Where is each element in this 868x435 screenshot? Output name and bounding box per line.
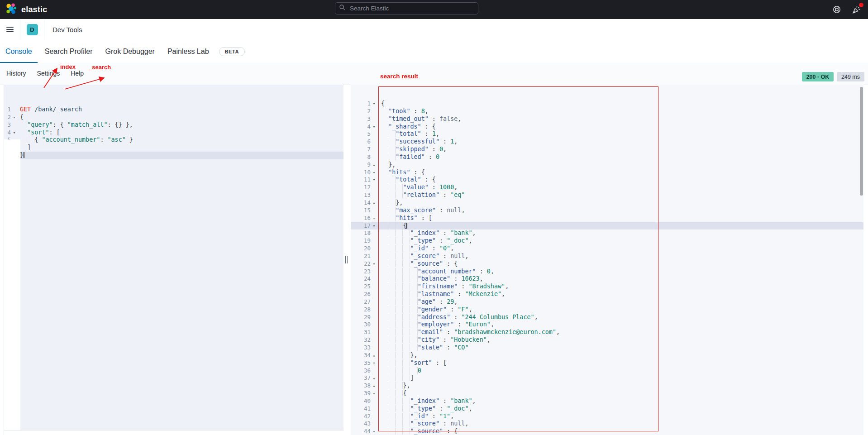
code-line[interactable]: 4▾ "sort": [ xyxy=(4,129,343,137)
code-line[interactable]: 44▾ "_source" : { xyxy=(351,428,863,435)
code-line[interactable]: 6 "successful" : 1, xyxy=(351,138,863,146)
code-text[interactable]: { "account_number": "asc" } xyxy=(18,136,343,144)
code-text[interactable]: { xyxy=(377,390,863,397)
code-text[interactable]: "address" : "244 Columbus Place", xyxy=(377,314,863,321)
code-line[interactable]: 26 "lastname" : "Mckenzie", xyxy=(351,291,863,298)
fold-toggle-icon[interactable]: ▾ xyxy=(371,390,377,397)
fold-toggle-icon[interactable]: ▴ xyxy=(371,161,377,169)
elastic-brand[interactable]: elastic xyxy=(0,3,47,16)
code-text[interactable]: "_source" : { xyxy=(377,428,863,435)
code-line[interactable]: 3 "timed_out" : false, xyxy=(351,115,863,123)
menu-hamburger-icon[interactable] xyxy=(0,19,20,40)
help-icon[interactable] xyxy=(832,5,842,14)
code-line[interactable]: 38▴ }, xyxy=(351,382,863,390)
code-text[interactable]: 0 xyxy=(377,367,863,375)
tab-console[interactable]: Console xyxy=(0,40,38,63)
code-line[interactable]: 16▾ "hits" : [ xyxy=(351,215,863,222)
code-line[interactable]: 39▾ { xyxy=(351,390,863,397)
fold-toggle-icon[interactable]: ▾ xyxy=(371,100,377,108)
code-line[interactable]: 31 "email" : "bradshawmckenzie@euron.com… xyxy=(351,329,863,336)
code-line[interactable]: 20 "_id" : "0", xyxy=(351,245,863,253)
newsfeed-icon[interactable] xyxy=(852,5,862,14)
code-text[interactable]: "hits" : [ xyxy=(377,215,863,222)
request-editor[interactable]: 1GET /bank/_search2▾{3 "query": { "match… xyxy=(4,85,343,435)
code-line[interactable]: 43 "_score" : null, xyxy=(351,420,863,428)
code-text[interactable]: "_score" : null, xyxy=(377,253,863,260)
code-text[interactable]: "_type" : "_doc", xyxy=(377,405,863,413)
space-avatar[interactable]: D xyxy=(27,24,38,35)
code-text[interactable]: "_shards" : { xyxy=(377,123,863,131)
code-text[interactable]: "_index" : "bank", xyxy=(377,397,863,405)
response-viewer[interactable]: 1▾{2 "took" : 8,3 "timed_out" : false,4▾… xyxy=(351,85,863,435)
code-text[interactable]: "total" : { xyxy=(377,176,863,184)
fold-toggle-icon[interactable]: ▾ xyxy=(371,176,377,184)
history-menu-item[interactable]: History xyxy=(6,70,26,77)
code-text[interactable]: "balance" : 16623, xyxy=(377,275,863,283)
code-text[interactable]: "employer" : "Euron", xyxy=(377,321,863,329)
code-line[interactable]: 35▾ "sort" : [ xyxy=(351,359,863,367)
code-text[interactable]: }, xyxy=(377,352,863,359)
code-line[interactable]: 2 "took" : 8, xyxy=(351,108,863,115)
code-line[interactable]: 5 "total" : 1, xyxy=(351,130,863,138)
code-text[interactable]: "relation" : "eq" xyxy=(377,191,863,199)
code-line[interactable]: 14▴ }, xyxy=(351,199,863,207)
code-text[interactable]: "query": { "match_all": {} }, xyxy=(18,121,343,129)
tab-painless-lab[interactable]: Painless Lab xyxy=(162,40,215,63)
code-line[interactable]: 23 "account_number" : 0, xyxy=(351,268,863,276)
tab-grok-debugger[interactable]: Grok Debugger xyxy=(100,40,160,63)
code-text[interactable]: "email" : "bradshawmckenzie@euron.com", xyxy=(377,329,863,336)
code-line[interactable]: 37▴ ] xyxy=(351,374,863,382)
code-line[interactable]: 18 "_index" : "bank", xyxy=(351,229,863,237)
code-line[interactable]: 5 { "account_number": "asc" } xyxy=(4,136,343,144)
fold-toggle-icon[interactable]: ▾ xyxy=(371,222,377,230)
fold-toggle-icon[interactable]: ▾ xyxy=(371,215,377,222)
code-line[interactable]: 17▾ { xyxy=(351,222,863,230)
code-line[interactable]: 13 "relation" : "eq" xyxy=(351,191,863,199)
code-text[interactable]: "took" : 8, xyxy=(377,108,863,115)
code-line[interactable]: 41 "_type" : "_doc", xyxy=(351,405,863,413)
code-text[interactable]: ] xyxy=(18,144,343,152)
fold-toggle-icon[interactable]: ▾ xyxy=(371,359,377,367)
fold-toggle-icon[interactable]: ▴ xyxy=(371,352,377,359)
code-text[interactable]: { xyxy=(377,100,863,108)
code-line[interactable]: 9▴ }, xyxy=(351,161,863,169)
code-line[interactable]: 3 "query": { "match_all": {} }, xyxy=(4,121,343,129)
panel-resize-handle[interactable] xyxy=(345,256,349,263)
settings-menu-item[interactable]: Settings xyxy=(37,70,60,77)
code-line[interactable]: 11▾ "total" : { xyxy=(351,176,863,184)
code-text[interactable]: "lastname" : "Mckenzie", xyxy=(377,291,863,298)
code-text[interactable]: "skipped" : 0, xyxy=(377,146,863,153)
code-line[interactable]: 30 "employer" : "Euron", xyxy=(351,321,863,329)
code-line[interactable]: 21 "_score" : null, xyxy=(351,253,863,260)
code-text[interactable]: "timed_out" : false, xyxy=(377,115,863,123)
code-line[interactable]: 22▾ "_source" : { xyxy=(351,260,863,268)
code-text[interactable]: "_source" : { xyxy=(377,260,863,268)
code-line[interactable]: 33 "state" : "CO" xyxy=(351,344,863,352)
code-text[interactable]: "age" : 29, xyxy=(377,298,863,306)
fold-toggle-icon[interactable]: ▾ xyxy=(11,129,18,137)
code-text[interactable]: }, xyxy=(377,161,863,169)
code-line[interactable]: 24 "balance" : 16623, xyxy=(351,275,863,283)
code-text[interactable]: "hits" : { xyxy=(377,169,863,177)
code-text[interactable]: "_id" : "1", xyxy=(377,413,863,421)
code-line[interactable]: 15 "max_score" : null, xyxy=(351,207,863,215)
code-line[interactable]: 7▴} xyxy=(4,152,343,159)
code-line[interactable]: 36 0 xyxy=(351,367,863,375)
code-text[interactable]: }, xyxy=(377,382,863,390)
global-search[interactable] xyxy=(335,2,478,14)
code-line[interactable]: 4▾ "_shards" : { xyxy=(351,123,863,131)
code-text[interactable]: "total" : 1, xyxy=(377,130,863,138)
search-input[interactable] xyxy=(349,5,474,12)
code-text[interactable]: "sort" : [ xyxy=(377,359,863,367)
code-text[interactable]: { xyxy=(377,222,863,230)
code-text[interactable]: "state" : "CO" xyxy=(377,344,863,352)
fold-toggle-icon[interactable]: ▾ xyxy=(371,123,377,131)
code-line[interactable]: 29 "address" : "244 Columbus Place", xyxy=(351,314,863,321)
code-line[interactable]: 12 "value" : 1000, xyxy=(351,184,863,191)
code-line[interactable]: 7 "skipped" : 0, xyxy=(351,146,863,153)
tab-search-profiler[interactable]: Search Profiler xyxy=(39,40,98,63)
fold-toggle-icon[interactable]: ▴ xyxy=(371,199,377,207)
code-text[interactable]: { xyxy=(18,114,343,121)
code-line[interactable]: 1▾{ xyxy=(351,100,863,108)
code-line[interactable]: 40 "_index" : "bank", xyxy=(351,397,863,405)
